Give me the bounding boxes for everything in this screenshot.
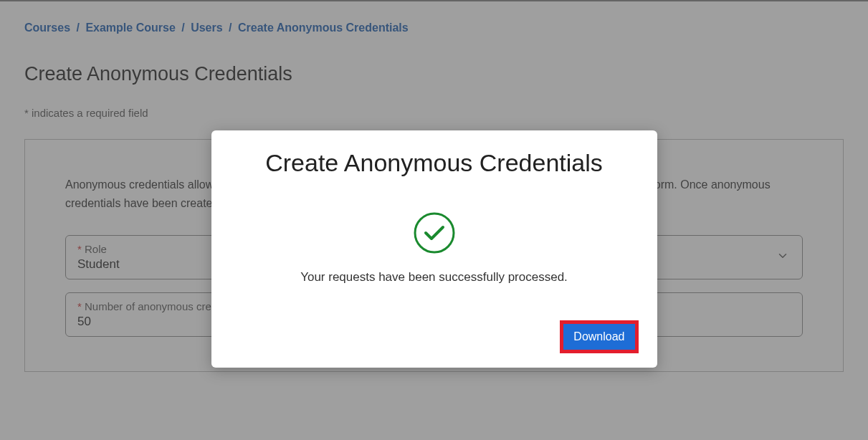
modal: Create Anonymous Credentials Your reques… [211, 130, 657, 368]
modal-actions: Download [230, 320, 639, 353]
modal-message: Your requests have been successfully pro… [230, 270, 639, 284]
svg-point-0 [415, 214, 454, 252]
success-check-icon [230, 211, 639, 254]
modal-overlay[interactable]: Create Anonymous Credentials Your reques… [0, 0, 868, 440]
download-highlight: Download [560, 320, 638, 353]
modal-title: Create Anonymous Credentials [230, 149, 639, 177]
download-button[interactable]: Download [563, 324, 634, 350]
